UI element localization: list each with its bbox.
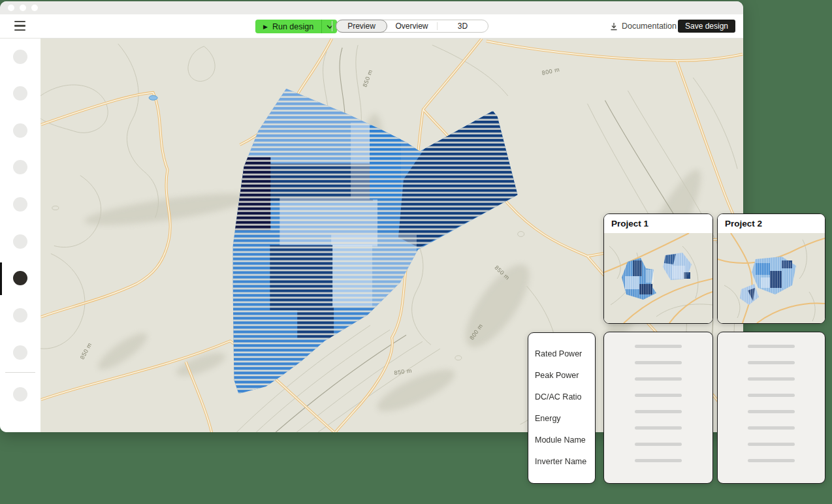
tab-overview-label: Overview: [395, 22, 428, 31]
rail-divider: [5, 372, 35, 373]
toolbar-divider: [332, 21, 332, 31]
sidebar-tool-5[interactable]: [13, 197, 27, 212]
tab-overview[interactable]: Overview: [387, 20, 437, 32]
placeholder-line: [635, 361, 682, 364]
placeholder-line: [748, 426, 795, 430]
sidebar-tool-1[interactable]: [13, 50, 27, 64]
metric-label-rated-power: Rated Power: [535, 343, 595, 364]
sidebar-tool-6[interactable]: [13, 234, 27, 249]
sidebar-tool-2[interactable]: [13, 86, 27, 101]
save-design-button[interactable]: Save design: [678, 20, 735, 33]
sidebar-tool-3[interactable]: [13, 123, 27, 138]
project-2-card[interactable]: Project 2: [717, 213, 825, 324]
placeholder-line: [748, 377, 795, 381]
project-1-thumbnail-map[interactable]: [604, 233, 712, 323]
main-toolbar: ▶ Run design Preview Overview 3D: [0, 14, 743, 39]
sidebar-tool-4[interactable]: [13, 160, 27, 174]
metric-label-energy: Energy: [535, 407, 595, 429]
documentation-link[interactable]: Documentation: [610, 14, 677, 38]
project-1-values-card: [603, 332, 713, 484]
placeholder-line: [635, 394, 682, 397]
placeholder-line: [635, 377, 682, 381]
project-2-header: Project 2: [718, 214, 825, 233]
placeholder-line: [748, 459, 795, 462]
metric-label-inverter-name: Inverter Name: [535, 450, 595, 472]
zoom-button[interactable]: [31, 5, 38, 11]
placeholder-line: [748, 443, 795, 446]
tab-preview[interactable]: Preview: [336, 20, 387, 33]
placeholder-line: [748, 361, 795, 364]
project-1-title: Project 1: [611, 219, 648, 228]
minimize-button[interactable]: [20, 5, 26, 11]
window-titlebar: [0, 1, 743, 14]
placeholder-line: [748, 345, 795, 348]
menu-icon[interactable]: [14, 21, 25, 31]
play-icon: ▶: [263, 24, 268, 30]
placeholder-line: [635, 459, 682, 462]
placeholder-line: [748, 410, 795, 413]
documentation-label: Documentation: [622, 22, 677, 31]
sidebar-tool-8[interactable]: [13, 308, 27, 323]
metric-label-peak-power: Peak Power: [535, 364, 595, 386]
active-tool-indicator: [0, 262, 2, 295]
project-2-thumbnail-map[interactable]: [718, 233, 825, 323]
run-design-dropdown-button[interactable]: [321, 20, 337, 33]
download-icon: [610, 22, 618, 31]
placeholder-line: [748, 394, 795, 397]
placeholder-line: [635, 443, 682, 446]
run-design-label: Run design: [272, 22, 313, 31]
run-design-button[interactable]: ▶ Run design: [255, 20, 321, 33]
project-2-values-card: [717, 332, 825, 484]
project-1-card[interactable]: Project 1: [603, 213, 713, 324]
sidebar-tool-10[interactable]: [13, 387, 27, 402]
project-1-header: Project 1: [604, 214, 712, 233]
tab-preview-label: Preview: [347, 22, 376, 31]
view-mode-tabs: Preview Overview 3D: [336, 20, 488, 33]
tab-3d-label: 3D: [458, 22, 468, 31]
metric-label-dcac-ratio: DC/AC Ratio: [535, 386, 595, 407]
project-2-title: Project 2: [725, 219, 762, 228]
lake: [149, 95, 157, 100]
left-tool-rail: [0, 39, 40, 432]
save-design-label: Save design: [685, 22, 728, 31]
metric-label-module-name: Module Name: [535, 429, 595, 450]
placeholder-line: [635, 426, 682, 430]
run-design-button-group: ▶ Run design: [255, 20, 337, 33]
placeholder-line: [635, 345, 682, 348]
placeholder-line: [635, 410, 682, 413]
close-button[interactable]: [8, 5, 14, 11]
sidebar-tool-9[interactable]: [13, 345, 27, 360]
sidebar-tool-7-active[interactable]: [13, 271, 27, 285]
tab-3d[interactable]: 3D: [438, 20, 488, 32]
metrics-labels-card: Rated Power Peak Power DC/AC Ratio Energ…: [528, 332, 596, 484]
